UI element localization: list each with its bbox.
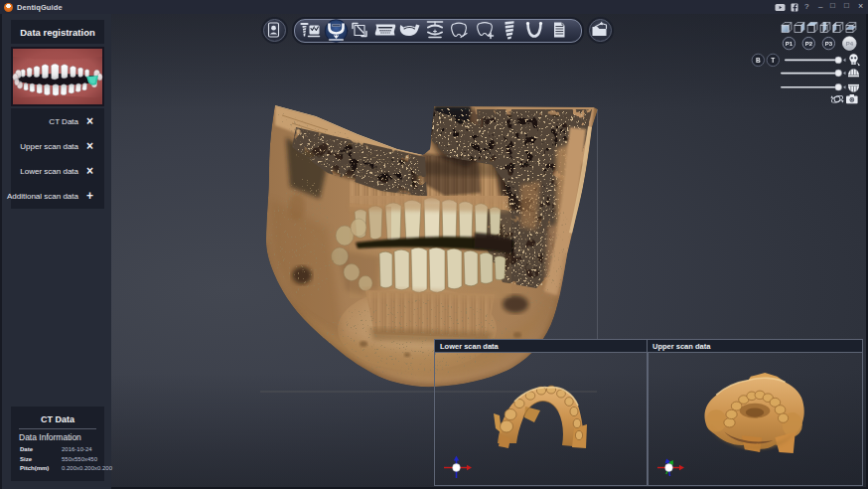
svg-text:B: B: [756, 57, 761, 64]
svg-text:T: T: [771, 57, 775, 64]
svg-text:P2: P2: [805, 41, 813, 47]
svg-text:P4: P4: [846, 41, 854, 47]
svg-text:P3: P3: [825, 41, 833, 47]
svg-text:P1: P1: [786, 41, 794, 47]
